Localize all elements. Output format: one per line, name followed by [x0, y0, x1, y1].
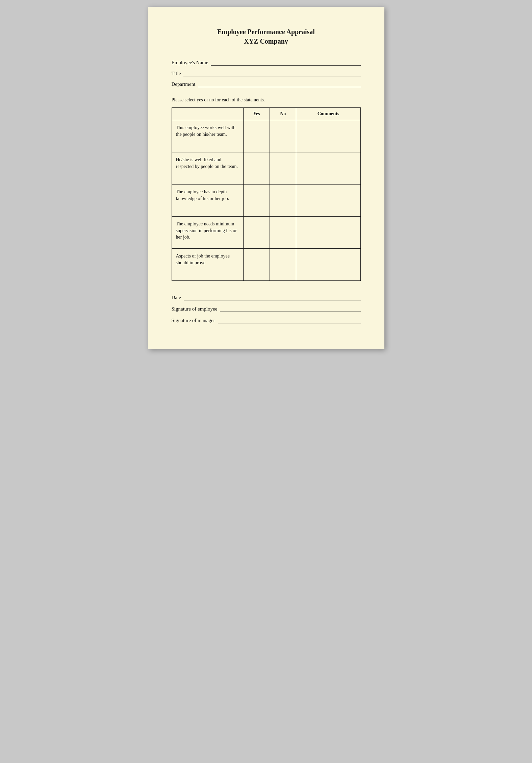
row-5-statement: Aspects of job the employee should impro… — [172, 249, 243, 281]
instruction-text: Please select yes or no for each of the … — [172, 97, 361, 103]
title-line — [183, 70, 360, 76]
appraisal-page: Employee Performance Appraisal XYZ Compa… — [148, 7, 384, 349]
signatures-section: Date Signature of employee Signature of … — [172, 294, 361, 323]
employee-signature-line — [220, 306, 360, 312]
table-header-yes: Yes — [243, 108, 270, 120]
title-field: Title — [172, 70, 361, 76]
date-field: Date — [172, 294, 361, 300]
table-row: Aspects of job the employee should impro… — [172, 249, 360, 281]
row-2-comments — [296, 152, 360, 184]
row-1-comments — [296, 120, 360, 152]
date-line — [184, 294, 361, 300]
row-2-no — [270, 152, 296, 184]
table-header-statement — [172, 108, 243, 120]
title-section: Employee Performance Appraisal XYZ Compa… — [172, 27, 361, 46]
employee-name-field: Employee's Name — [172, 59, 361, 66]
row-4-statement: The employee needs minimum supervision i… — [172, 217, 243, 249]
title-label: Title — [172, 71, 181, 76]
manager-signature-label: Signature of manager — [172, 318, 215, 323]
table-header-comments: Comments — [296, 108, 360, 120]
row-1-yes — [243, 120, 270, 152]
table-row: The employee has in depth knowledge of h… — [172, 184, 360, 217]
appraisal-table: Yes No Comments This employee works well… — [172, 107, 361, 281]
table-row: This employee works well with the people… — [172, 120, 360, 152]
employee-name-label: Employee's Name — [172, 60, 208, 66]
date-label: Date — [172, 295, 181, 300]
table-row: He/she is well liked and respected by pe… — [172, 152, 360, 184]
employee-name-line — [211, 59, 360, 66]
row-3-statement: The employee has in depth knowledge of h… — [172, 184, 243, 217]
row-4-comments — [296, 217, 360, 249]
employee-signature-label: Signature of employee — [172, 306, 218, 312]
manager-signature-field: Signature of manager — [172, 317, 361, 323]
department-line — [198, 81, 360, 87]
table-header-row: Yes No Comments — [172, 108, 360, 120]
row-1-no — [270, 120, 296, 152]
row-5-yes — [243, 249, 270, 281]
row-2-statement: He/she is well liked and respected by pe… — [172, 152, 243, 184]
row-5-no — [270, 249, 296, 281]
department-label: Department — [172, 81, 196, 87]
row-4-no — [270, 217, 296, 249]
employee-signature-field: Signature of employee — [172, 306, 361, 312]
row-3-yes — [243, 184, 270, 217]
row-5-comments — [296, 249, 360, 281]
department-field: Department — [172, 81, 361, 87]
manager-signature-line — [218, 317, 361, 323]
row-3-comments — [296, 184, 360, 217]
table-header-no: No — [270, 108, 296, 120]
employee-fields: Employee's Name Title Department — [172, 59, 361, 87]
page-title: Employee Performance Appraisal XYZ Compa… — [172, 27, 361, 46]
row-1-statement: This employee works well with the people… — [172, 120, 243, 152]
row-3-no — [270, 184, 296, 217]
row-4-yes — [243, 217, 270, 249]
row-2-yes — [243, 152, 270, 184]
table-row: The employee needs minimum supervision i… — [172, 217, 360, 249]
